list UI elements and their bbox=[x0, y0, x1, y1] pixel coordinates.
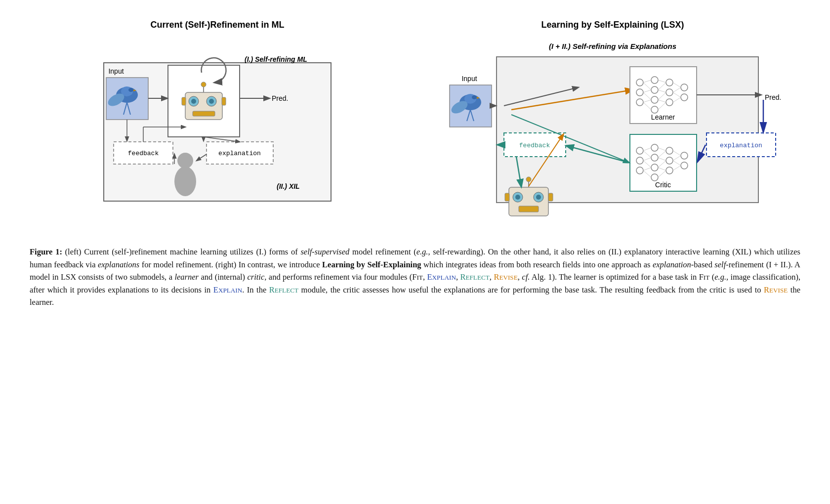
main-container: Current (Self-)Refinement in ML Input bbox=[30, 20, 800, 309]
right-subtitle: (I + II.) Self-refining via Explanations bbox=[549, 42, 676, 50]
svg-rect-120 bbox=[548, 193, 553, 201]
critic-label: Critic bbox=[655, 181, 671, 189]
svg-rect-17 bbox=[193, 111, 215, 116]
xil-label: (II.) XIL bbox=[277, 182, 300, 190]
svg-point-37 bbox=[472, 95, 477, 99]
svg-point-25 bbox=[174, 167, 196, 196]
svg-point-16 bbox=[201, 82, 206, 87]
left-input-label: Input bbox=[108, 67, 124, 75]
svg-point-117 bbox=[526, 177, 531, 182]
svg-point-114 bbox=[515, 195, 520, 200]
right-feedback-label: feedback bbox=[519, 142, 550, 149]
svg-point-4 bbox=[128, 88, 133, 92]
caption-text1: (left) Current (self-)refinement machine… bbox=[30, 247, 800, 307]
caption: Figure 1: (left) Current (self-)refineme… bbox=[30, 246, 800, 309]
svg-point-14 bbox=[209, 99, 214, 104]
left-pred-label: Pred. bbox=[272, 94, 288, 102]
right-explanation-label: explanation bbox=[720, 142, 762, 149]
learner-label: Learner bbox=[651, 113, 675, 121]
svg-rect-18 bbox=[182, 97, 186, 105]
svg-rect-33 bbox=[497, 57, 758, 203]
right-diagram-section: Learning by Self-Explaining (LSX) bbox=[425, 20, 800, 231]
right-input-label: Input bbox=[461, 75, 477, 83]
figure-label: Figure 1: bbox=[30, 247, 62, 256]
right-title: Learning by Self-Explaining (LSX) bbox=[541, 20, 684, 30]
left-title: Current (Self-)Refinement in ML bbox=[150, 20, 284, 30]
left-diagram-svg: Input bbox=[79, 38, 356, 221]
svg-rect-119 bbox=[505, 193, 509, 201]
svg-point-115 bbox=[536, 195, 541, 200]
left-explanation-label: explanation bbox=[218, 150, 261, 157]
svg-rect-118 bbox=[519, 206, 539, 212]
left-feedback-label: feedback bbox=[128, 150, 159, 157]
svg-point-24 bbox=[177, 153, 193, 168]
self-refining-label: (I.) Self-refining ML bbox=[245, 55, 307, 63]
left-diagram-section: Current (Self-)Refinement in ML Input bbox=[30, 20, 405, 221]
right-diagram-svg: (I + II.) Self-refining via Explanations… bbox=[440, 38, 786, 231]
svg-point-13 bbox=[191, 99, 196, 104]
right-pred-label: Pred. bbox=[765, 93, 781, 101]
diagrams-row: Current (Self-)Refinement in ML Input bbox=[30, 20, 800, 231]
svg-rect-19 bbox=[222, 97, 226, 105]
